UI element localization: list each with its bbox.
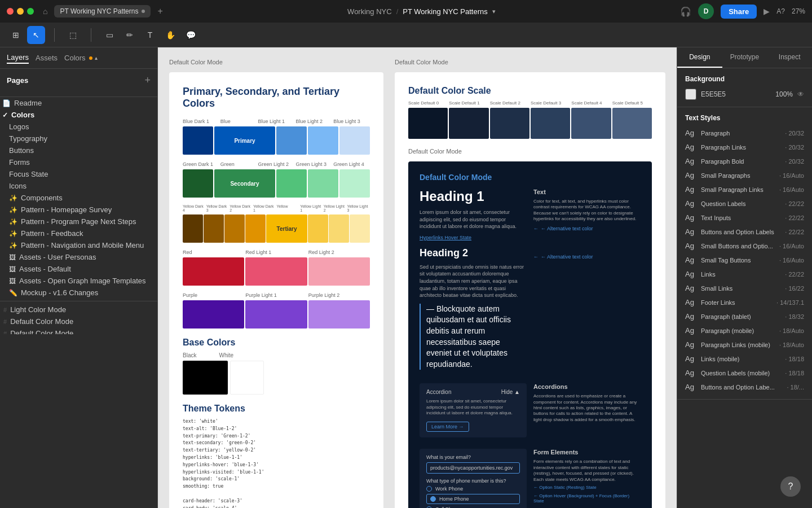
email-input[interactable]: products@nycaopportunities.rec.gov — [426, 462, 520, 474]
page-item-assets-og[interactable]: 🖼 Assets - Open Graph Image Templates — [0, 275, 157, 287]
page-item-assets-default[interactable]: 🖼 Assets - Default — [0, 263, 157, 275]
comment-tool[interactable]: 💬 — [182, 26, 200, 44]
alt-label-2: ← Alternative text color — [541, 254, 593, 260]
pen-tool[interactable]: ✏ — [121, 26, 139, 44]
page-item-readme[interactable]: 📄 Readme — [0, 97, 157, 109]
tab-assets[interactable]: Assets — [36, 52, 58, 63]
style-size-buttons-option-labe-mobile: · 18/... — [787, 384, 804, 391]
left-canvas-column: Default Color Mode Primary, Secondary, a… — [169, 59, 383, 508]
page-item-mockup[interactable]: ✏️ Mockup - v1.6 Changes — [0, 287, 157, 299]
maximize-btn[interactable] — [27, 8, 34, 15]
purple-swatch-2 — [308, 300, 370, 329]
tokens-title: Theme Tokens — [183, 404, 370, 414]
user-avatar[interactable]: D — [698, 3, 714, 19]
tab-colors[interactable]: Colors ▴ — [64, 52, 98, 63]
text-style-paragraph: Ag Paragraph · 20/32 — [685, 128, 804, 138]
select-tool[interactable]: ↖ — [27, 26, 45, 44]
yellow-swatch-7 — [350, 214, 370, 243]
chevron-down-icon[interactable]: ▾ — [492, 8, 496, 15]
accordion-col-title: Accordions — [533, 383, 641, 390]
rect-tool[interactable]: ▭ — [100, 26, 118, 44]
frame-tool[interactable]: ⬚ — [64, 26, 82, 44]
tab-layers[interactable]: Layers — [7, 52, 29, 64]
image-icon-3: 🖼 — [9, 277, 16, 285]
headphones-icon[interactable]: 🎧 — [680, 6, 691, 17]
prototype-tab[interactable]: Prototype — [722, 47, 767, 68]
green-label-1: Green — [220, 161, 257, 167]
zoom-level: 27% — [792, 7, 805, 15]
hand-tool[interactable]: ✋ — [161, 26, 179, 44]
add-page-button[interactable]: + — [144, 75, 151, 86]
ag-paragraph: Ag — [685, 129, 696, 137]
accordion-widget-col: Accordion Hide ▲ Lorem ipsum dolor sit a… — [420, 383, 527, 442]
page-item-default-1[interactable]: # Default Color Mode — [0, 316, 157, 327]
help-button[interactable]: ? — [780, 476, 801, 497]
yellow-label-7: Yellow Light 3 — [347, 204, 370, 212]
radio-home[interactable]: Home Phone — [426, 494, 520, 504]
style-name-buttons-option-labels: Buttons and Option Labels — [701, 229, 780, 235]
base-labels: Black White — [183, 352, 370, 358]
page-item-typography[interactable]: Typography — [0, 133, 157, 144]
page-item-pattern-program[interactable]: ✨ Pattern - Program Page Next Steps — [0, 216, 157, 227]
tab-dot — [142, 10, 145, 13]
red-label-0: Red — [183, 249, 244, 255]
page-label-default-2: Default Color Mode — [10, 329, 73, 334]
page-item-logos[interactable]: Logos — [0, 121, 157, 133]
current-tab[interactable]: PT Working NYC Patterns — [54, 5, 151, 17]
play-icon[interactable]: ▶ — [764, 7, 770, 16]
grid-tool[interactable]: ⊞ — [7, 26, 25, 44]
design-tab[interactable]: Design — [677, 47, 722, 68]
chevron-up-icon: ▴ — [95, 55, 98, 61]
inspect-tab[interactable]: Inspect — [767, 47, 812, 68]
radio-work[interactable]: Work Phone — [426, 486, 520, 492]
separator-1 — [0, 301, 157, 301]
text-style-question-labels: Ag Question Labels · 22/22 — [685, 198, 804, 209]
ag-footer-links: Ag — [685, 298, 696, 306]
background-color-swatch[interactable] — [685, 89, 696, 100]
text-style-small-paragraph-links: Ag Small Paragraph Links · 16/Auto — [685, 184, 804, 195]
pages-section: Pages + — [0, 69, 157, 97]
dark-blockquote: — Blockquote autem quibusdam et aut offi… — [420, 304, 527, 370]
style-name-paragraph-bold: Paragraph Bold — [701, 158, 780, 165]
alt-arrow-1: ← — [533, 226, 539, 231]
base-label-black: Black — [183, 352, 196, 358]
base-title: Base Colors — [183, 338, 370, 348]
text-tool[interactable]: T — [141, 26, 159, 44]
accordion-body-text: Lorem ipsum dolor sit amet, consectetur … — [426, 398, 520, 416]
dark-hyperlink[interactable]: Hyperlinks Hover State — [420, 235, 527, 240]
text-style-paragraph-bold: Ag Paragraph Bold · 20/32 — [685, 156, 804, 167]
ag-paragraph-bold: Ag — [685, 157, 696, 165]
canvas-area: Default Color Mode Primary, Secondary, a… — [158, 47, 677, 508]
page-item-buttons[interactable]: Buttons — [0, 144, 157, 156]
form-col-title: Form Elements — [533, 449, 641, 456]
tokens-section: Theme Tokens text: 'white' text-alt: 'Bl… — [183, 404, 370, 508]
learn-more-button[interactable]: Learn More → — [426, 422, 469, 432]
close-btn[interactable] — [7, 8, 14, 15]
minimize-btn[interactable] — [17, 8, 24, 15]
accordion-hide-btn[interactable]: Hide ▲ — [501, 389, 520, 395]
text-style-paragraph-links: Ag Paragraph Links · 20/32 — [685, 142, 804, 152]
add-tab-btn[interactable]: + — [157, 6, 162, 16]
page-item-light-color[interactable]: # Light Color Mode — [0, 304, 157, 316]
page-item-colors[interactable]: Colors — [0, 109, 157, 121]
page-item-pattern-homepage[interactable]: ✨ Pattern - Homepage Survey — [0, 204, 157, 216]
page-item-default-2[interactable]: # Default Color Mode — [0, 327, 157, 334]
accessibility-icon[interactable]: A? — [776, 7, 785, 15]
page-item-assets-personas[interactable]: 🖼 Assets - User Personas — [0, 251, 157, 263]
page-label-pattern-program: Pattern - Program Page Next Steps — [21, 217, 136, 226]
page-item-icons[interactable]: Icons — [0, 180, 157, 192]
text-style-paragraph-tablet: Ag Paragraph (tablet) · 18/32 — [685, 311, 804, 322]
share-button[interactable]: Share — [721, 5, 757, 19]
page-item-components[interactable]: ✨ Components — [0, 192, 157, 204]
eye-icon[interactable]: 👁 — [797, 90, 804, 98]
page-item-focus-state[interactable]: Focus State — [0, 168, 157, 180]
page-item-pattern-nav[interactable]: ✨ Pattern - Navigation and Mobile Menu — [0, 239, 157, 251]
page-item-pattern-feedback[interactable]: ✨ Pattern - Feedback — [0, 227, 157, 239]
color-scale-title: Default Color Scale — [408, 86, 652, 96]
window-controls — [7, 8, 34, 15]
black-swatch — [183, 361, 228, 395]
page-label-typography: Typography — [9, 134, 47, 143]
home-icon[interactable]: ⌂ — [43, 7, 47, 16]
page-item-forms[interactable]: Forms — [0, 156, 157, 168]
dark-heading2: Heading 2 — [420, 247, 527, 259]
